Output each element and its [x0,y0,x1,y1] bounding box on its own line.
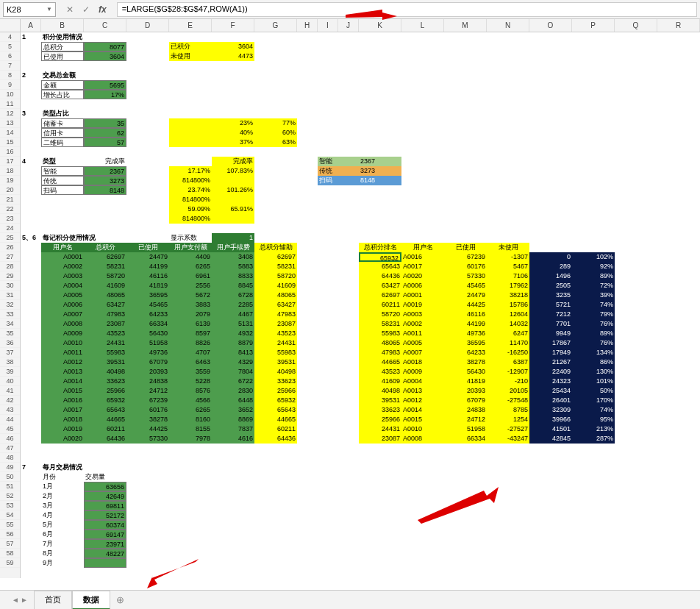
value: 1 [212,233,254,243]
rank-cell[interactable]: 23087 [359,434,401,444]
col-header-A[interactable]: A [21,19,41,32]
rank-cell[interactable]: 60211 [359,300,401,310]
data-cell: A0010 [41,338,84,348]
data-cell: 24479 [126,252,169,262]
rank-cell: -27548 [487,396,529,405]
col-header-L[interactable]: L [401,19,444,32]
rank-cell: 287% [572,434,615,444]
data-cell: 23087 [254,319,297,329]
col-hdr: 用户名 [41,243,84,252]
data-cell: 36595 [126,291,169,300]
col-header-O[interactable]: O [529,19,572,32]
rank-cell[interactable]: 62697 [359,291,401,300]
data-cell: 7978 [169,434,212,444]
rank-cell: 42845 [529,434,572,444]
value: 101.26% [212,185,254,195]
rank-cell[interactable]: 65643 [359,262,401,271]
rank-cell[interactable]: 43523 [359,367,401,377]
section-title: 积分使用情况 [41,32,126,42]
label: 增长占比 [41,90,84,99]
col-hdr: 总积分辅助 [254,243,297,252]
col-header-H[interactable]: H [297,19,318,32]
col-header-C[interactable]: C [84,19,126,32]
name-box[interactable]: K28 ▼ [3,2,56,17]
name-box-dropdown-icon[interactable]: ▼ [46,6,52,13]
rank-cell: A0017 [401,262,444,271]
col-header-R[interactable]: R [657,19,700,32]
rank-cell[interactable]: 64436 [359,271,401,281]
data-cell: A0020 [41,434,84,444]
spreadsheet-grid[interactable]: 1积分使用情况总积分8077已使用3604已积分3604未使用44732交易总金… [21,32,700,578]
rank-cell[interactable]: 58720 [359,310,401,319]
cancel-icon[interactable]: ✕ [66,4,74,15]
formula-input[interactable]: =LARGE($G$28:$G$47,ROW(A1)) [117,2,697,17]
data-cell: 8826 [169,338,212,348]
add-sheet-button[interactable]: ⊕ [110,591,130,608]
data-cell: 66334 [126,319,169,329]
rank-cell: 20105 [487,386,529,396]
rank-cell: 0 [529,252,572,262]
fx-icon[interactable]: fx [99,4,107,15]
rank-cell: A0008 [401,434,444,444]
annotation-arrow-rank [418,487,506,525]
data-cell: 7837 [212,424,254,434]
data-cell: A0019 [41,424,84,434]
tab-prev-icon[interactable]: ◄ [12,596,19,604]
col-header-M[interactable]: M [444,19,487,32]
rank-cell: A0013 [401,386,444,396]
data-cell: 58231 [254,262,297,271]
col-header-G[interactable]: G [254,19,297,32]
rank-cell[interactable]: 48065 [359,338,401,348]
rank-cell: 1254 [487,415,529,424]
col-header-D[interactable]: D [126,19,169,32]
rank-cell[interactable]: 39531 [359,396,401,405]
section-num: 5、6 [21,233,41,243]
rank-cell[interactable]: 47983 [359,348,401,357]
sheet-tab-0[interactable]: 首页 [34,591,72,610]
value: 814800% [169,195,212,204]
tab-nav-icons[interactable]: ◄ ► [6,596,34,604]
data-cell: A0016 [41,396,84,405]
label: 信用卡 [41,128,84,138]
rank-cell[interactable]: 24431 [359,424,401,434]
rank-cell: 95% [572,415,615,424]
col-header-N[interactable]: N [487,19,529,32]
value: 17% [84,90,126,99]
col-header-F[interactable]: F [212,19,254,32]
data-cell: 55983 [254,348,297,357]
label: 智能 [41,166,84,176]
legend-val: 2367 [359,157,401,166]
sheet-tab-1[interactable]: 数据 [72,591,110,610]
rank-cell[interactable]: 33623 [359,405,401,415]
col-header-E[interactable]: E [169,19,212,32]
label: 金额 [41,80,84,90]
data-cell: 7804 [212,367,254,377]
rank-cell: 9949 [529,329,572,338]
col-header-B[interactable]: B [41,19,84,32]
data-cell: A0003 [41,271,84,281]
col-header-Q[interactable]: Q [615,19,657,32]
rank-cell[interactable]: 44665 [359,357,401,367]
col-header-P[interactable]: P [572,19,615,32]
rank-cell[interactable]: 58231 [359,319,401,329]
rank-cell[interactable]: 41609 [359,377,401,386]
rank-cell[interactable]: 63427 [359,281,401,291]
rank-cell[interactable]: 40498 [359,386,401,396]
value: 77% [254,118,297,128]
row-headers[interactable]: 4567891011121314151617181920212223242526… [0,32,21,578]
label: 二维码 [41,138,84,147]
accept-icon[interactable]: ✓ [82,4,90,15]
data-cell: 6722 [212,377,254,386]
rank-cell[interactable]: 65932 [359,252,401,262]
tab-next-icon[interactable]: ► [21,596,28,604]
rank-cell[interactable]: 25966 [359,415,401,424]
rank-cell[interactable]: 55983 [359,329,401,338]
col-header-I[interactable]: I [318,19,338,32]
rank-cell: 50% [572,386,615,396]
rank-cell: -27527 [487,424,529,434]
rank-cell: -1307 [487,252,529,262]
rank-cell: A0007 [401,348,444,357]
data-cell: 57330 [126,434,169,444]
label: 未使用 [169,51,212,61]
data-cell: 8869 [212,415,254,424]
